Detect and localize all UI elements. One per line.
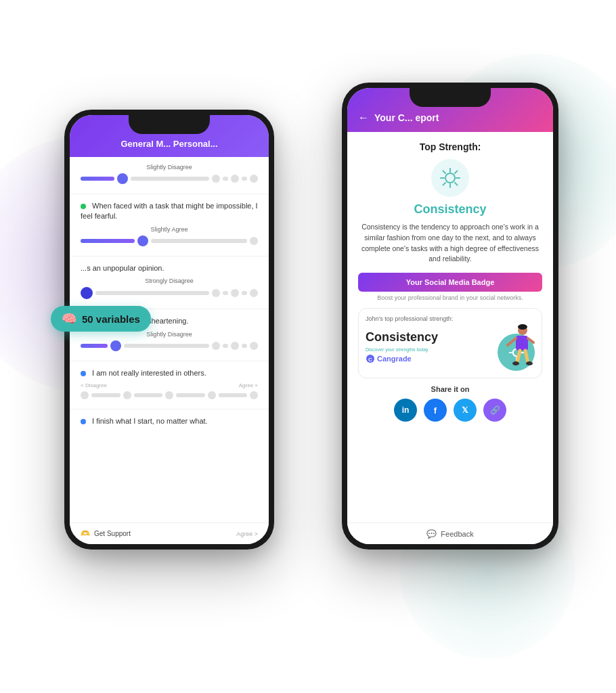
- sun-icon: [439, 167, 461, 189]
- question-text-6: I finish what I start, no matter what.: [81, 416, 258, 426]
- question-section-6: I finish what I start, no matter what.: [70, 409, 269, 437]
- slider-filled-2: [81, 239, 135, 243]
- right-phone-inner: ← Your C... eport Top Strength:: [347, 88, 553, 544]
- variables-label: 50 variables: [82, 313, 140, 325]
- right-phone-notch: [410, 88, 491, 107]
- strength-icon-wrap: [358, 159, 542, 197]
- svg-rect-18: [516, 336, 528, 351]
- question-section-3: ...s an unpopular opinion. Strongly Disa…: [70, 256, 269, 309]
- svg-line-21: [517, 351, 520, 363]
- cangrade-logo: C Cangrade: [366, 354, 438, 363]
- slider-dot-1: [212, 175, 220, 183]
- support-text: Get Support: [94, 530, 131, 537]
- scale-ends-5: < Disagree Agree >: [81, 382, 258, 388]
- slider-dot-4: [250, 237, 258, 245]
- question-section-5: I am not really interested in others. < …: [70, 361, 269, 409]
- social-card-label: John's top professional strength:: [366, 315, 535, 322]
- svg-text:C: C: [368, 357, 372, 363]
- social-card-content: Consistency Discover your strengths toda…: [366, 323, 535, 371]
- share-label: Share it on: [358, 385, 542, 393]
- slider-3[interactable]: [81, 287, 258, 299]
- strength-icon-circle: [431, 159, 469, 197]
- slider-dot-8: [212, 342, 220, 350]
- scale-label-2: Slightly Agree: [81, 226, 258, 233]
- disagree-label: < Disagree: [81, 382, 107, 388]
- scale-label-3: Strongly Disagree: [81, 277, 258, 284]
- svg-line-5: [443, 171, 446, 174]
- cangrade-text: Cangrade: [377, 355, 412, 363]
- slider-empty-2: [151, 239, 247, 243]
- left-phone-notch: [129, 115, 210, 134]
- s5-d4: [208, 391, 216, 399]
- slider-dot-active-2: [137, 236, 148, 246]
- slider-dot-5: [212, 289, 220, 297]
- consistency-desc: Consistency is the tendency to approach …: [358, 222, 542, 265]
- question-section-2: When faced with a task that might be imp…: [70, 194, 269, 256]
- scale-label-1: Slightly Disagree: [81, 164, 258, 171]
- share-icons: in f 𝕏 🔗: [358, 399, 542, 422]
- twitter-share-button[interactable]: 𝕏: [454, 399, 477, 422]
- scale-label-4: Slightly Disagree: [81, 331, 258, 338]
- person-figure: [501, 323, 535, 367]
- social-card-discover: Discover your strengths today: [366, 347, 438, 352]
- agree-label: Agree >: [239, 382, 258, 388]
- svg-line-7: [455, 171, 458, 174]
- question-dot-2: [81, 204, 86, 209]
- s5-d3: [165, 391, 173, 399]
- left-header-title: General M... Personal...: [81, 139, 258, 149]
- question-text-3: ...s an unpopular opinion.: [81, 263, 258, 273]
- s5-d2: [123, 391, 131, 399]
- svg-point-0: [445, 173, 455, 183]
- slider-filled-4: [81, 344, 108, 348]
- svg-point-24: [526, 361, 533, 365]
- s5-d5: [250, 391, 258, 399]
- cangrade-icon: C: [366, 354, 375, 363]
- variables-badge: 🧠 50 variables: [51, 306, 151, 332]
- slider-dot-9: [231, 342, 239, 350]
- slider-5[interactable]: [81, 391, 258, 399]
- slider-dot-7: [250, 289, 258, 297]
- social-card-illustration: [481, 323, 535, 371]
- right-content: Top Strength:: [347, 132, 553, 431]
- svg-line-8: [443, 183, 446, 185]
- right-header-title: Your C... eport: [374, 112, 439, 123]
- svg-point-17: [518, 324, 527, 330]
- question-section-1: Slightly Disagree: [70, 157, 269, 194]
- question-dot-6: [81, 419, 86, 424]
- consistency-title: Consistency: [358, 202, 542, 217]
- support-icon: 🫶: [81, 529, 90, 538]
- slider-dot-10: [250, 342, 258, 350]
- agree-label-bottom: Agree >: [236, 531, 258, 537]
- slider-1[interactable]: [81, 173, 258, 184]
- slider-empty-3: [95, 291, 209, 295]
- social-card-name: Consistency: [366, 331, 438, 344]
- social-card: John's top professional strength: Consis…: [358, 308, 542, 378]
- feedback-icon: 💬: [426, 529, 437, 539]
- twitter-icon: 𝕏: [462, 405, 468, 415]
- slider-2[interactable]: [81, 236, 258, 246]
- svg-line-6: [455, 183, 458, 185]
- svg-point-23: [512, 361, 519, 365]
- badge-subtitle: Boost your professional brand in your so…: [358, 294, 542, 301]
- slider-dot-active-3: [81, 287, 93, 299]
- facebook-icon: f: [434, 405, 437, 416]
- facebook-share-button[interactable]: f: [424, 399, 447, 422]
- svg-line-20: [528, 338, 533, 342]
- support-bar[interactable]: 🫶 Get Support Agree >: [70, 522, 269, 544]
- question-dot-5: [81, 371, 86, 376]
- question-text-5: I am not really interested in others.: [81, 368, 258, 378]
- s5-d1: [81, 391, 89, 399]
- social-media-badge-button[interactable]: Your Social Media Badge: [358, 273, 542, 292]
- link-icon: 🔗: [490, 405, 500, 415]
- slider-4[interactable]: [81, 340, 258, 351]
- slider-dot-active-4: [110, 340, 121, 351]
- right-phone: ← Your C... eport Top Strength:: [342, 83, 558, 550]
- feedback-bar[interactable]: 💬 Feedback: [347, 522, 553, 544]
- feedback-text: Feedback: [441, 530, 473, 538]
- linkedin-icon: in: [402, 405, 410, 415]
- back-button[interactable]: ←: [358, 112, 369, 124]
- linkedin-share-button[interactable]: in: [394, 399, 417, 422]
- slider-filled-1: [81, 177, 114, 181]
- slider-dot-3: [250, 175, 258, 183]
- link-share-button[interactable]: 🔗: [483, 399, 506, 422]
